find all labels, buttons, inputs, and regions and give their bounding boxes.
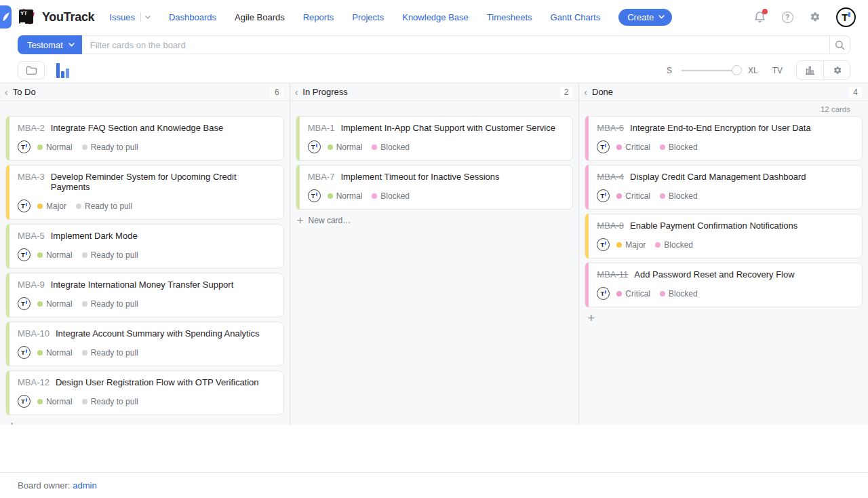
- card-priority[interactable]: Critical: [616, 289, 650, 299]
- nav-item-issues[interactable]: Issues: [109, 12, 151, 22]
- card-mba-6[interactable]: MBA-6Integrate End-to-End Encryption for…: [585, 116, 863, 161]
- card-mba-12[interactable]: MBA-12Design User Registration Flow with…: [5, 370, 284, 415]
- card-title[interactable]: Design User Registration Flow with OTP V…: [56, 377, 259, 387]
- card-priority[interactable]: Normal: [328, 142, 363, 152]
- card-id[interactable]: MBA-4: [597, 172, 624, 182]
- card-state[interactable]: Ready to pull: [82, 397, 138, 406]
- card-id[interactable]: MBA-11: [597, 269, 628, 280]
- card-id[interactable]: MBA-9: [18, 280, 45, 290]
- card-priority[interactable]: Normal: [37, 348, 73, 358]
- assignee-avatar[interactable]: T: [18, 199, 31, 212]
- collapse-column-icon[interactable]: ‹: [5, 88, 8, 97]
- sprint-folder-button[interactable]: [18, 61, 45, 79]
- card-priority[interactable]: Normal: [37, 299, 73, 309]
- card-title[interactable]: Integrate International Money Transfer S…: [51, 280, 234, 290]
- youtrack-logo[interactable]: YT YouTrack: [18, 8, 94, 26]
- nav-item-projects[interactable]: Projects: [352, 12, 384, 22]
- nav-item-reports[interactable]: Reports: [303, 12, 334, 22]
- card-priority[interactable]: Normal: [328, 191, 363, 201]
- card-priority[interactable]: Major: [37, 202, 66, 211]
- chevron-down-icon[interactable]: [145, 16, 151, 19]
- card-state[interactable]: Ready to pull: [76, 202, 132, 211]
- card-id[interactable]: MBA-10: [18, 328, 50, 339]
- nav-item-agile-boards[interactable]: Agile Boards: [235, 12, 285, 22]
- nav-item-knowledge-base[interactable]: Knowledge Base: [402, 12, 469, 22]
- nav-item-gantt-charts[interactable]: Gantt Charts: [551, 12, 601, 22]
- add-card-button[interactable]: +: [587, 311, 595, 324]
- card-state[interactable]: Ready to pull: [82, 250, 138, 260]
- tv-mode-button[interactable]: TV: [772, 66, 783, 75]
- assignee-avatar[interactable]: T: [308, 189, 321, 202]
- add-card-button[interactable]: +: [8, 419, 16, 425]
- board-settings-button[interactable]: [823, 61, 850, 79]
- user-avatar[interactable]: T: [836, 7, 856, 27]
- card-mba-7[interactable]: MBA-7Implement Timeout for Inactive Sess…: [296, 165, 574, 210]
- card-title[interactable]: Implement Timeout for Inactive Sessions: [340, 172, 499, 182]
- assignee-avatar[interactable]: T: [18, 140, 31, 153]
- card-id[interactable]: MBA-1: [308, 123, 335, 133]
- card-title[interactable]: Implement In-App Chat Support with Custo…: [340, 123, 555, 133]
- card-id[interactable]: MBA-2: [18, 123, 45, 133]
- card-title[interactable]: Integrate Account Summary with Spending …: [56, 328, 260, 339]
- new-card-button[interactable]: +New card…: [297, 214, 351, 227]
- card-title[interactable]: Add Password Reset and Recovery Flow: [634, 269, 794, 280]
- card-size-slider-knob[interactable]: [732, 65, 742, 75]
- card-title[interactable]: Integrate FAQ Section and Knowledge Base: [51, 123, 223, 133]
- card-state[interactable]: Blocked: [372, 142, 410, 152]
- collapse-column-icon[interactable]: ‹: [584, 88, 587, 97]
- card-priority[interactable]: Major: [616, 240, 646, 250]
- settings-gear-icon[interactable]: [808, 10, 822, 24]
- card-id[interactable]: MBA-7: [308, 172, 335, 182]
- assignee-avatar[interactable]: T: [597, 189, 610, 202]
- card-state[interactable]: Blocked: [660, 142, 698, 152]
- card-id[interactable]: MBA-12: [18, 377, 50, 387]
- card-size-slider[interactable]: [682, 70, 741, 71]
- assignee-avatar[interactable]: T: [597, 238, 610, 251]
- create-button[interactable]: Create: [618, 9, 672, 26]
- card-priority[interactable]: Normal: [37, 397, 73, 406]
- card-state[interactable]: Blocked: [660, 289, 698, 299]
- search-icon[interactable]: [829, 36, 850, 54]
- nav-item-dashboards[interactable]: Dashboards: [169, 12, 216, 22]
- card-mba-3[interactable]: MBA-3Develop Reminder System for Upcomin…: [5, 165, 284, 220]
- card-state[interactable]: Blocked: [660, 191, 698, 201]
- assignee-avatar[interactable]: T: [18, 346, 31, 359]
- notifications-bell-icon[interactable]: [753, 10, 766, 24]
- project-selector-button[interactable]: Testomat: [18, 35, 82, 54]
- card-id[interactable]: MBA-5: [18, 231, 45, 241]
- card-id[interactable]: MBA-8: [597, 221, 624, 231]
- card-mba-11[interactable]: MBA-11Add Password Reset and Recovery Fl…: [585, 263, 863, 307]
- assignee-avatar[interactable]: T: [308, 140, 321, 153]
- board-owner-link[interactable]: admin: [73, 480, 96, 491]
- card-title[interactable]: Enable Payment Confirmation Notification…: [630, 221, 797, 231]
- card-title[interactable]: Develop Reminder System for Upcoming Cre…: [51, 172, 275, 192]
- card-mba-5[interactable]: MBA-5Implement Dark ModeTNormalReady to …: [5, 224, 284, 269]
- collapse-column-icon[interactable]: ‹: [295, 88, 298, 97]
- card-priority[interactable]: Critical: [616, 142, 650, 152]
- card-title[interactable]: Implement Dark Mode: [51, 231, 138, 241]
- card-priority[interactable]: Normal: [37, 142, 73, 152]
- card-title[interactable]: Display Credit Card Management Dashboard: [630, 172, 806, 182]
- nav-item-timesheets[interactable]: Timesheets: [487, 12, 532, 22]
- assignee-avatar[interactable]: T: [597, 140, 610, 153]
- card-mba-1[interactable]: MBA-1Implement In-App Chat Support with …: [296, 116, 574, 161]
- card-state[interactable]: Blocked: [655, 240, 693, 250]
- sidebar-extension-tab[interactable]: [0, 5, 12, 28]
- assignee-avatar[interactable]: T: [18, 248, 31, 261]
- chart-view-button[interactable]: [797, 61, 823, 79]
- card-priority[interactable]: Normal: [37, 250, 73, 260]
- card-mba-10[interactable]: MBA-10Integrate Account Summary with Spe…: [5, 322, 284, 366]
- assignee-avatar[interactable]: T: [18, 395, 31, 408]
- assignee-avatar[interactable]: T: [597, 287, 610, 300]
- filter-cards-input[interactable]: [82, 36, 829, 54]
- card-state[interactable]: Ready to pull: [82, 348, 138, 358]
- card-state[interactable]: Ready to pull: [82, 299, 138, 309]
- card-state[interactable]: Ready to pull: [82, 142, 138, 152]
- burndown-chart-toggle[interactable]: [56, 63, 69, 78]
- card-mba-8[interactable]: MBA-8Enable Payment Confirmation Notific…: [585, 214, 863, 258]
- card-state[interactable]: Blocked: [372, 191, 410, 201]
- card-priority[interactable]: Critical: [616, 191, 650, 201]
- assignee-avatar[interactable]: T: [18, 297, 31, 310]
- card-id[interactable]: MBA-3: [18, 172, 45, 182]
- card-mba-9[interactable]: MBA-9Integrate International Money Trans…: [5, 273, 284, 318]
